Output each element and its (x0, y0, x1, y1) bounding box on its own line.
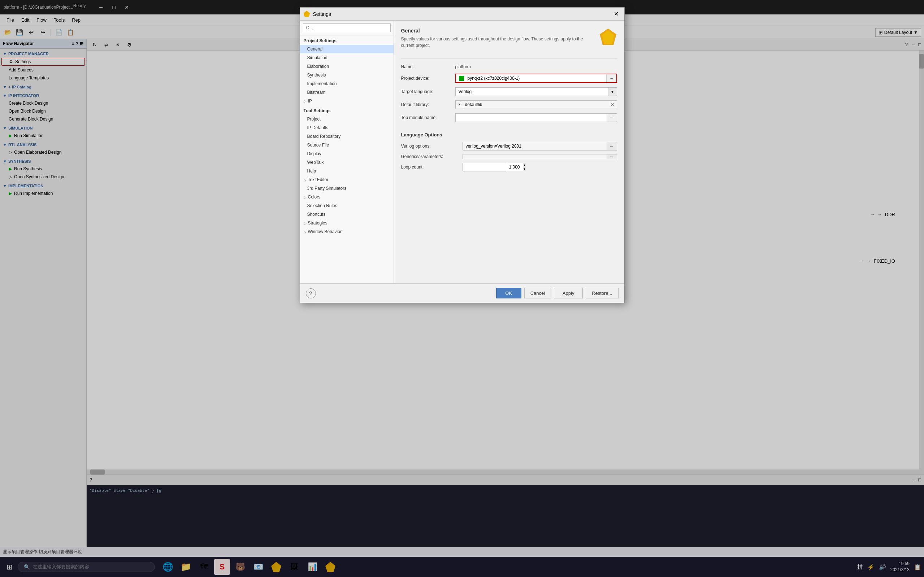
name-value: platform (456, 64, 471, 69)
top-module-wrapper: ··· (456, 113, 617, 122)
nav-ip[interactable]: ▷ IP (300, 97, 394, 105)
dialog-body: Project Settings General Simulation Elab… (300, 21, 624, 283)
vivado-logo-area (599, 28, 617, 47)
nav-colors[interactable]: ▷ Colors (300, 193, 394, 201)
spinbox-btns: ▲ ▼ (523, 163, 526, 171)
nav-elaboration[interactable]: Elaboration (300, 62, 394, 71)
top-module-row: Top module name: ··· (401, 113, 617, 122)
nav-3rd-party[interactable]: 3rd Party Simulators (300, 184, 394, 193)
dialog-titlebar: Settings ✕ (300, 8, 624, 21)
nav-project-settings-header: Project Settings (300, 35, 394, 45)
dialog-title-icon (304, 11, 310, 17)
generics-row: Generics/Parameters: ··· (401, 154, 617, 159)
nav-project[interactable]: Project (300, 115, 394, 123)
nav-source-file[interactable]: Source File (300, 141, 394, 149)
content-divider (401, 58, 617, 58)
default-lib-clear-btn[interactable]: ✕ (608, 102, 617, 108)
nav-window-behavior-arrow: ▷ (304, 230, 307, 234)
lang-options-title: Language Options (401, 132, 617, 137)
dialog-search-input[interactable] (303, 23, 391, 32)
top-module-input[interactable] (456, 114, 607, 122)
section-desc: Specify values for various settings used… (401, 36, 592, 49)
default-lib-label: Default library: (401, 102, 452, 107)
target-lang-dropdown[interactable]: Verilog ▼ (456, 87, 617, 96)
project-device-input-wrapper: pynq-z2 (xc7z020clg400-1) ··· (456, 74, 617, 83)
project-device-browse-btn[interactable]: ··· (606, 74, 616, 82)
nav-text-editor[interactable]: ▷ Text Editor (300, 176, 394, 184)
verilog-opts-label: Verilog options: (401, 143, 459, 149)
generics-wrapper: ··· (462, 154, 617, 159)
target-lang-row: Target language: Verilog ▼ (401, 87, 617, 96)
project-device-value-area[interactable]: pynq-z2 (xc7z020clg400-1) (456, 74, 606, 82)
app-window: platform - [D:/10GraduationProject... Re… (0, 0, 924, 577)
dialog-footer-left: ? (306, 288, 316, 298)
project-device-value: pynq-z2 (xc7z020clg400-1) (468, 76, 520, 81)
nav-board-repo[interactable]: Board Repository (300, 132, 394, 141)
verilog-opts-row: Verilog options: verilog_version=Verilog… (401, 142, 617, 150)
loop-count-row: Loop count: ▲ ▼ (401, 163, 617, 171)
nav-display[interactable]: Display (300, 149, 394, 158)
target-lang-label: Target language: (401, 89, 452, 94)
default-lib-row: Default library: xil_defaultlib ✕ (401, 100, 617, 109)
vivado-logo (599, 28, 617, 46)
content-header: General Specify values for various setti… (401, 28, 617, 55)
spinbox-up[interactable]: ▲ (523, 163, 526, 167)
name-field-row: Name: platform (401, 64, 617, 69)
nav-bitstream[interactable]: Bitstream (300, 88, 394, 97)
default-lib-value[interactable]: xil_defaultlib (456, 101, 608, 109)
help-btn[interactable]: ? (306, 288, 316, 298)
nav-simulation[interactable]: Simulation (300, 53, 394, 62)
generics-value[interactable] (463, 155, 607, 159)
target-lang-arrow[interactable]: ▼ (608, 88, 617, 96)
settings-dialog: Settings ✕ Project Settings General Simu… (300, 7, 625, 303)
nav-ip-arrow: ▷ (304, 99, 307, 103)
default-lib-wrapper: xil_defaultlib ✕ (456, 100, 617, 109)
top-module-browse-btn[interactable]: ··· (607, 114, 617, 122)
nav-strategies-arrow: ▷ (304, 221, 307, 225)
dialog-nav: Project Settings General Simulation Elab… (300, 21, 394, 283)
name-label: Name: (401, 64, 452, 69)
cancel-btn[interactable]: Cancel (524, 288, 551, 298)
nav-implementation[interactable]: Implementation (300, 79, 394, 88)
nav-ip-defaults[interactable]: IP Defaults (300, 123, 394, 132)
nav-help[interactable]: Help (300, 167, 394, 176)
loop-count-wrapper: ▲ ▼ (462, 163, 506, 171)
loop-count-input[interactable] (463, 163, 523, 171)
device-indicator (459, 76, 464, 81)
verilog-opts-value[interactable]: verilog_version=Verilog 2001 (463, 142, 607, 150)
project-device-row: Project device: pynq-z2 (xc7z020clg400-1… (401, 74, 617, 83)
target-lang-value: Verilog (456, 88, 608, 96)
nav-selection-rules[interactable]: Selection Rules (300, 201, 394, 210)
ok-btn[interactable]: OK (496, 288, 522, 298)
verilog-opts-wrapper: verilog_version=Verilog 2001 ··· (462, 142, 617, 150)
dialog-search-area (300, 21, 394, 35)
nav-text-editor-arrow: ▷ (304, 178, 307, 182)
nav-colors-arrow: ▷ (304, 195, 307, 199)
dialog-title-text: Settings (313, 11, 612, 17)
loop-count-label: Loop count: (401, 164, 459, 169)
nav-strategies[interactable]: ▷ Strategies (300, 219, 394, 227)
generics-browse-btn[interactable]: ··· (607, 155, 617, 159)
dialog-footer: ? OK Cancel Apply Restore... (300, 283, 624, 303)
section-title: General (401, 28, 592, 34)
project-device-label: Project device: (401, 76, 452, 81)
nav-window-behavior[interactable]: ▷ Window Behavior (300, 227, 394, 236)
nav-tool-settings-header: Tool Settings (300, 105, 394, 115)
dialog-close-btn[interactable]: ✕ (612, 10, 621, 18)
nav-synthesis[interactable]: Synthesis (300, 71, 394, 79)
nav-shortcuts[interactable]: Shortcuts (300, 210, 394, 219)
nav-general[interactable]: General (300, 45, 394, 53)
dialog-overlay: Settings ✕ Project Settings General Simu… (0, 0, 924, 577)
apply-btn[interactable]: Apply (554, 288, 583, 298)
restore-btn[interactable]: Restore... (586, 288, 618, 298)
nav-webtalk[interactable]: WebTalk (300, 158, 394, 167)
content-title-area: General Specify values for various setti… (401, 28, 592, 55)
dialog-content: General Specify values for various setti… (394, 21, 624, 283)
spinbox-down[interactable]: ▼ (523, 167, 526, 171)
generics-label: Generics/Parameters: (401, 154, 459, 159)
verilog-opts-browse-btn[interactable]: ··· (607, 142, 617, 150)
top-module-label: Top module name: (401, 115, 452, 120)
